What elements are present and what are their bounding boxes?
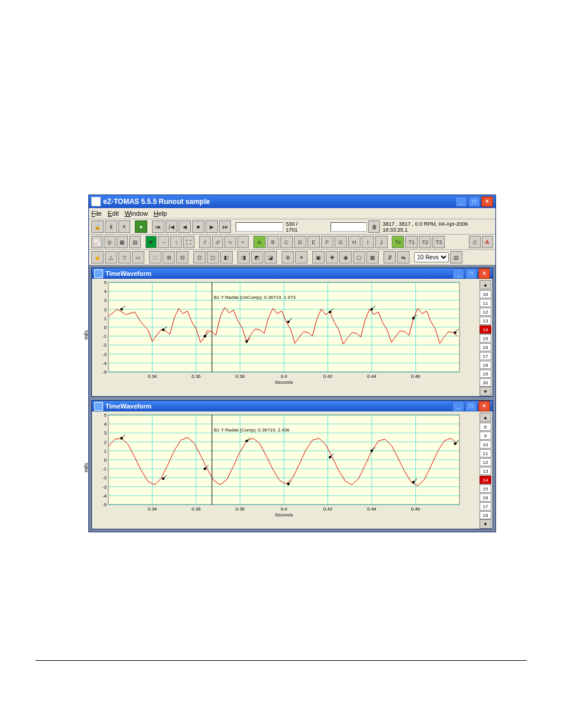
main-titlebar[interactable]: eZ-TOMAS 5.5.5 Runout sample _ □ × [89,195,495,208]
zoom-both-icon[interactable]: ⛶ [183,236,194,248]
scale-2-icon[interactable]: ⫻ [212,236,223,248]
tool-f-icon[interactable]: ◧ [220,251,233,263]
channel-button-12[interactable]: 12 [480,308,491,316]
tool-k-icon[interactable]: ✶ [295,251,308,263]
record-button[interactable]: ● [135,220,147,233]
channel-button-13[interactable]: 13 [480,317,491,325]
letter-button-j[interactable]: J [375,236,388,248]
channel-button-10[interactable]: 10 [480,440,491,449]
tach-button-t1[interactable]: T1 [405,236,418,248]
play-icon[interactable]: ▶ [206,220,218,233]
channel-button-19[interactable]: 19 [480,370,491,378]
letter-button-c[interactable]: C [280,236,293,248]
channel-button-20[interactable]: 20 [480,378,491,387]
letter-button-b[interactable]: B [267,236,279,248]
pane-minimize-button[interactable]: _ [452,401,464,411]
tool-r-icon[interactable]: ⇆ [397,251,409,263]
pane-maximize-button[interactable]: □ [465,401,477,411]
tool-n-icon[interactable]: ◉ [339,251,352,263]
tool-p-icon[interactable]: ▦ [366,251,379,263]
play-back-icon[interactable]: ◀ [178,220,191,233]
lock-icon[interactable]: 🔒 [91,220,104,233]
export-icon[interactable]: ⎙ [469,236,480,248]
tach-button-t3[interactable]: T3 [432,236,445,248]
channel-button-12[interactable]: 12 [480,458,491,466]
pane-titlebar[interactable]: TimeWaveform_□× [92,268,492,279]
plot-type-1-icon[interactable]: 📈 [91,236,103,248]
channel-button-16[interactable]: 16 [480,493,491,502]
pane-close-button[interactable]: × [478,268,490,279]
menu-edit[interactable]: Edit [108,210,119,217]
scale-4-icon[interactable]: ≈ [237,236,249,248]
stop-icon[interactable]: ■ [192,220,204,233]
channel-button-17[interactable]: 17 [480,502,491,510]
trash-icon[interactable]: 🗑 [368,220,381,233]
cursor-icon[interactable]: ☝ [91,251,104,263]
grid-toggle-icon[interactable]: ✚ [146,236,157,248]
letter-button-i[interactable]: I [362,236,374,248]
zoom-y-icon[interactable]: ↕ [170,236,181,248]
channel-button-14[interactable]: 14 [480,325,491,334]
tach-button-t2[interactable]: T2 [419,236,431,248]
peak-icon[interactable]: △ [105,251,117,263]
analyze-icon[interactable]: Ѧ [482,236,493,248]
pane-titlebar[interactable]: TimeWaveform_□× [92,401,492,411]
speed-slider[interactable] [330,222,366,232]
tool-q-icon[interactable]: ⇵ [384,251,396,263]
channel-button-15[interactable]: 15 [480,334,491,342]
channel-scroll-down-icon[interactable]: ▼ [480,387,491,396]
tool-a-icon[interactable]: ⬚ [149,251,161,263]
channel-button-11[interactable]: 11 [480,449,491,457]
tool-g-icon[interactable]: ◨ [237,251,250,263]
tool-j-icon[interactable]: ⊕ [282,251,294,263]
delete-icon[interactable]: ✕ [118,220,131,233]
tach-button-tx[interactable]: Tx [392,236,404,248]
channel-button-11[interactable]: 11 [480,299,491,307]
channel-button-8[interactable]: 8 [480,423,491,431]
tool-o-icon[interactable]: ▢ [353,251,365,263]
close-button[interactable]: × [481,196,493,207]
tool-d-icon[interactable]: ⊡ [193,251,206,263]
menu-window[interactable]: Window [125,210,148,217]
plot-type-3-icon[interactable]: ▦ [117,236,128,248]
menu-help[interactable]: Help [154,210,167,217]
letter-button-g[interactable]: G [335,236,347,248]
pane-minimize-button[interactable]: _ [452,268,464,279]
channel-button-17[interactable]: 17 [480,352,491,360]
channel-button-13[interactable]: 13 [480,467,491,475]
channel-button-18[interactable]: 18 [480,511,491,519]
pause-icon[interactable]: ⏸ [105,220,117,233]
pane-close-button[interactable]: × [478,401,490,411]
channel-button-14[interactable]: 14 [480,476,491,484]
band-icon[interactable]: ▭ [132,251,144,263]
apply-revs-icon[interactable]: ▤ [450,251,462,263]
scale-1-icon[interactable]: ⫽ [199,236,210,248]
zoom-x-icon[interactable]: ↔ [158,236,169,248]
tool-m-icon[interactable]: ✚ [326,251,338,263]
plot-type-2-icon[interactable]: ◎ [104,236,115,248]
last-icon[interactable]: ⏭ [219,220,232,233]
position-slider[interactable] [236,222,283,232]
tool-h-icon[interactable]: ◩ [251,251,263,263]
menu-file[interactable]: File [91,210,102,217]
channel-button-16[interactable]: 16 [480,343,491,351]
letter-button-f[interactable]: F [321,236,333,248]
letter-button-e[interactable]: E [308,236,320,248]
letter-button-h[interactable]: H [348,236,361,248]
plot-type-4-icon[interactable]: ▤ [129,236,140,248]
channel-button-9[interactable]: 9 [480,431,491,440]
plot-area[interactable]: 543210-1-2-3-4-50.340.360.380.40.420.440… [92,279,478,385]
pane-maximize-button[interactable]: □ [465,268,477,279]
plot-area[interactable]: 543210-1-2-3-4-50.340.360.380.40.420.440… [92,411,478,518]
channel-button-10[interactable]: 10 [480,290,491,298]
channel-button-18[interactable]: 18 [480,361,491,369]
tool-l-icon[interactable]: ▣ [312,251,325,263]
tool-e-icon[interactable]: ◫ [207,251,219,263]
valley-icon[interactable]: ▽ [118,251,131,263]
minimize-button[interactable]: _ [455,196,467,207]
channel-scroll-up-icon[interactable]: ▲ [480,280,491,289]
revs-select[interactable]: 10 Revs [414,252,449,262]
step-back-icon[interactable]: |◀ [166,220,178,233]
first-icon[interactable]: ⏮ [152,220,164,233]
tool-c-icon[interactable]: ⊟ [176,251,189,263]
